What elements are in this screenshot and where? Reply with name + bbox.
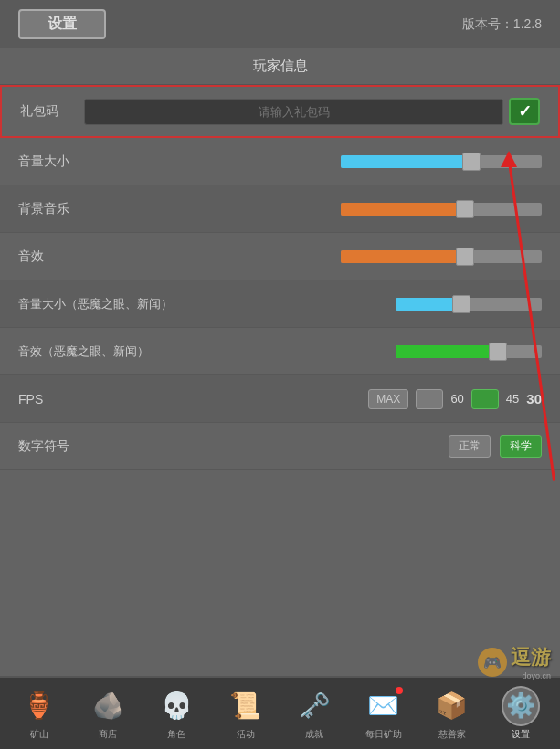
gift-code-input[interactable] (84, 99, 503, 125)
numeric-science-button[interactable]: 科学 (500, 435, 542, 458)
volume-demon-row: 音量大小（恶魔之眼、新闻） (0, 280, 560, 328)
sfx-slider-container[interactable] (280, 250, 543, 263)
nav-item-shop[interactable]: 🪨 商店 (80, 687, 135, 741)
nav-item-activity[interactable]: 📜 活动 (218, 687, 273, 741)
sfx-demon-row: 音效（恶魔之眼、新闻） (0, 328, 560, 375)
gear-icon: ⚙️ (502, 686, 540, 726)
sfx-demon-slider-container[interactable] (280, 345, 543, 358)
header: 设置 版本号：1.2.8 (0, 0, 560, 48)
fps-max-button[interactable]: MAX (368, 389, 408, 409)
fps-row: FPS MAX 60 45 30 (0, 375, 560, 423)
watermark-icon: 🎮 (478, 648, 507, 677)
fps-box (416, 389, 443, 409)
bgm-slider-track[interactable] (341, 203, 542, 216)
settings-title: 设置 (18, 9, 106, 39)
fps-45-label: 45 (506, 392, 519, 406)
achievements-icon: 🗝️ (295, 687, 333, 725)
nav-item-achievements[interactable]: 🗝️ 成就 (287, 687, 342, 741)
numeric-label: 数字符号 (18, 438, 449, 455)
numeric-normal-button[interactable]: 正常 (449, 435, 491, 458)
volume-slider-thumb[interactable] (462, 153, 481, 171)
volume-demon-slider-track[interactable] (396, 298, 542, 311)
nav-item-character[interactable]: 💀 角色 (149, 687, 204, 741)
volume-demon-label: 音量大小（恶魔之眼、新闻） (18, 296, 280, 312)
main-content: 玩家信息 礼包码 音量大小 背景音乐 (0, 48, 560, 676)
fps-label: FPS (18, 392, 43, 406)
sfx-slider-track[interactable] (341, 250, 542, 263)
daily-icon: ✉️ (365, 687, 403, 725)
fps-45-active[interactable] (471, 389, 499, 409)
fps-controls: MAX 60 45 30 (368, 389, 542, 409)
nav-label-mine: 矿山 (30, 728, 48, 741)
notification-dot (396, 687, 403, 694)
nav-label-shop: 商店 (99, 728, 117, 741)
bottom-nav: 🏺 矿山 🪨 商店 💀 角色 📜 活动 🗝️ 成就 (0, 676, 560, 749)
volume-slider-track[interactable] (341, 155, 542, 168)
nav-label-helper: 慈善家 (438, 728, 466, 741)
activity-icon: 📜 (227, 687, 265, 725)
volume-row: 音量大小 (0, 138, 560, 185)
player-info-header: 玩家信息 (0, 48, 560, 85)
sfx-slider-thumb[interactable] (456, 248, 474, 266)
watermark-logo: 逗游 (511, 644, 551, 671)
sfx-demon-slider-track[interactable] (396, 345, 542, 358)
version-text: 版本号：1.2.8 (462, 16, 542, 33)
watermark-text: 逗游 doyo.cn (511, 644, 551, 680)
gift-code-row: 礼包码 (0, 85, 560, 138)
nav-label-daily: 每日矿助 (365, 728, 402, 741)
bgm-row: 背景音乐 (0, 185, 560, 233)
bgm-slider-thumb[interactable] (456, 200, 474, 218)
sfx-slider-fill (341, 250, 465, 263)
volume-label: 音量大小 (18, 153, 280, 170)
helper-icon: 📦 (433, 687, 471, 725)
nav-item-helper[interactable]: 📦 慈善家 (425, 687, 480, 741)
nav-item-mine[interactable]: 🏺 矿山 (12, 687, 67, 741)
sfx-demon-label: 音效（恶魔之眼、新闻） (18, 343, 280, 360)
sfx-demon-slider-fill (396, 345, 498, 358)
bgm-slider-container[interactable] (280, 203, 543, 216)
sfx-label: 音效 (18, 248, 280, 265)
nav-item-settings[interactable]: ⚙️ 设置 (493, 687, 548, 741)
volume-slider-fill (341, 155, 471, 168)
fps-30-label: 30 (526, 391, 542, 406)
bgm-slider-fill (341, 203, 465, 216)
nav-item-daily[interactable]: ✉️ 每日矿助 (356, 687, 411, 741)
gift-code-input-wrapper (84, 98, 540, 125)
app-container: 设置 版本号：1.2.8 玩家信息 礼包码 音量大小 背景 (0, 0, 560, 749)
mine-icon: 🏺 (20, 687, 58, 725)
confirm-gift-code-button[interactable] (509, 98, 540, 125)
numeric-controls: 正常 科学 (449, 435, 542, 458)
volume-demon-slider-container[interactable] (280, 298, 543, 311)
settings-icon: ⚙️ (502, 687, 540, 725)
nav-label-character: 角色 (167, 728, 185, 741)
sfx-demon-slider-thumb[interactable] (489, 343, 507, 361)
nav-label-achievements: 成就 (305, 728, 323, 741)
numeric-row: 数字符号 正常 科学 (0, 423, 560, 470)
nav-label-activity: 活动 (237, 728, 255, 741)
watermark-sub: doyo.cn (511, 671, 551, 680)
character-icon: 💀 (157, 687, 195, 725)
watermark: 🎮 逗游 doyo.cn (478, 644, 551, 680)
nav-label-settings: 设置 (512, 728, 530, 741)
shop-icon: 🪨 (89, 687, 127, 725)
gift-code-label: 礼包码 (20, 103, 84, 120)
volume-slider-container[interactable] (280, 155, 543, 168)
fps-60-label: 60 (450, 392, 463, 406)
sfx-row: 音效 (0, 233, 560, 280)
bgm-label: 背景音乐 (18, 201, 280, 217)
volume-demon-slider-thumb[interactable] (452, 295, 470, 313)
